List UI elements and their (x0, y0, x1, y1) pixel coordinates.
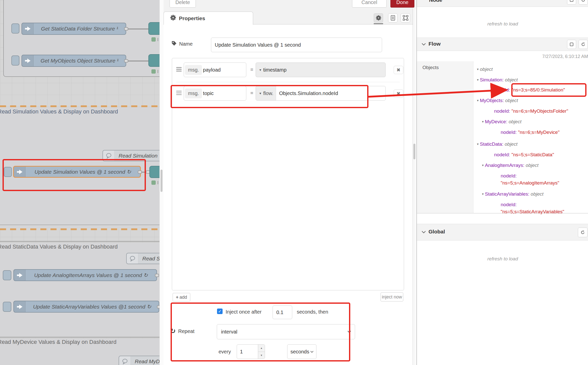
node-section-header[interactable] (417, 0, 588, 7)
status-dot (151, 180, 156, 185)
every-input[interactable]: ▲ ▼ (237, 344, 265, 359)
chevron-down-icon[interactable]: ▾ (259, 91, 261, 95)
inject-button[interactable] (11, 55, 19, 66)
output-port[interactable] (155, 274, 159, 277)
inject-button[interactable] (4, 167, 12, 177)
tree-item[interactable]: ▾Simulation: object (477, 77, 518, 83)
refresh-node-context-button[interactable] (579, 0, 588, 5)
refresh-flow-context-button[interactable] (579, 40, 588, 49)
done-button[interactable]: Done (390, 0, 414, 8)
square-icon (570, 42, 574, 46)
inject-button[interactable] (11, 23, 19, 34)
node-opcua-client[interactable] (149, 166, 159, 178)
wire (128, 28, 148, 29)
delete-button[interactable]: Delete (170, 0, 196, 8)
node-update-simulation-values[interactable]: Update Simulation Values @ 1 second ↻ (13, 166, 141, 178)
rule-value[interactable]: Objects.Simulation.nodeId (276, 90, 338, 96)
rule-type-select[interactable]: ▾ timestamp (256, 63, 386, 77)
inject-once-checkbox[interactable]: ✓ (217, 309, 223, 314)
flow-canvas[interactable]: Read Simulation Values & Display on Dash… (0, 0, 159, 365)
inject-arrow-icon (22, 23, 34, 34)
tree-item[interactable]: ▾StaticData: object (477, 141, 517, 147)
inject-delay-input[interactable] (273, 306, 292, 319)
active-view-underline (374, 23, 383, 24)
comment-read-mydevice[interactable]: Read MyD (119, 356, 159, 365)
output-port[interactable] (157, 305, 159, 309)
tree-item[interactable]: ▾StaticArrayVariables: object (482, 191, 544, 197)
node-opcua-client[interactable] (148, 22, 159, 35)
rule-prop-input[interactable]: msg. topic (184, 86, 246, 101)
group-divider (0, 241, 159, 242)
name-input[interactable] (211, 38, 382, 52)
comment-read-simulation[interactable]: Read Simulation (102, 150, 159, 161)
name-input-field[interactable] (211, 42, 382, 48)
inject-button[interactable] (3, 302, 11, 312)
dialog-scrollbar[interactable] (413, 8, 416, 365)
output-port[interactable] (124, 27, 128, 31)
tree-item[interactable]: nodeId: "ns=5;s=StaticData" (494, 152, 554, 158)
units-select[interactable]: seconds (287, 344, 316, 359)
tree-item[interactable]: ▾AnalogItemArrays: object (482, 163, 539, 168)
inject-button[interactable] (3, 270, 11, 280)
every-input-field[interactable] (237, 349, 258, 355)
copy-flow-context-button[interactable] (567, 40, 576, 49)
global-section-header[interactable]: Global (417, 224, 588, 240)
node-update-analogitemarrays[interactable]: Update AnalogItemArrays Values @ 1 secon… (13, 269, 157, 281)
rule-prop-input[interactable]: msg. payload (184, 63, 246, 77)
node-get-staticdata-structure[interactable]: Get StaticData Folder Structure ¹ (21, 23, 126, 35)
group-divider (0, 242, 159, 242)
description-view-button[interactable] (388, 13, 397, 22)
node-update-staticarrayvariables[interactable]: Update StaticArrayVariables Values @1 se… (13, 301, 159, 313)
node-get-myobjects-structure[interactable]: Get MyObjects Object Structure ¹ (21, 55, 126, 67)
inject-delay-field[interactable] (273, 310, 292, 315)
inject-now-button[interactable]: inject now (381, 292, 403, 301)
tree-item[interactable]: ▾MyDevice: object (482, 119, 521, 125)
comment-read-staticdata[interactable]: Read S (126, 253, 159, 264)
inject-arrow-icon (14, 270, 25, 281)
refresh-global-context-button[interactable] (578, 228, 587, 237)
flow-section-title: Flow (429, 41, 441, 47)
copy-node-context-button[interactable] (567, 0, 576, 5)
tree-item: "ns=5;s=AnalogItemArrays" (501, 180, 559, 186)
cancel-button[interactable]: Cancel (352, 0, 387, 8)
rule-separator (176, 82, 400, 82)
stepper-up-icon: ▲ (258, 345, 265, 352)
tab-properties[interactable]: Properties (164, 12, 253, 25)
canvas-scrollbar-thumb[interactable] (161, 170, 163, 192)
rule-prop-value[interactable]: topic (203, 90, 213, 96)
tree-item[interactable]: nodeId: "ns=6;s=MyDevice" (501, 130, 559, 135)
every-label: every (219, 349, 231, 355)
add-rule-button[interactable]: +add (173, 293, 190, 301)
rule-prop-value[interactable]: payload (203, 67, 221, 73)
context-key-column: Objects (417, 61, 473, 213)
group-label-simulation: Read Simulation Values & Display on Dash… (0, 108, 118, 115)
properties-view-button[interactable] (374, 13, 383, 22)
node-opcua-client[interactable] (148, 54, 159, 67)
comment-label: Read Simulation (115, 153, 159, 159)
tree-item[interactable]: nodeId: (501, 173, 517, 179)
tree-item[interactable]: nodeId: "ns=6;s=MyObjectsFolder" (494, 108, 568, 114)
global-section-title: Global (429, 229, 445, 235)
remove-rule-button[interactable]: ✖ (394, 66, 403, 74)
gear-icon (170, 15, 176, 22)
rule-value-input[interactable]: ▾ flow. Objects.Simulation.nodeId (256, 86, 386, 101)
appearance-view-button[interactable] (401, 13, 410, 22)
tree-item-simulation-nodeid[interactable]: nodeId: "ns=3;s=85/0:Simulation" (494, 87, 565, 93)
node-label: Update AnalogItemArrays Values @ 1 secon… (25, 272, 156, 278)
flow-section-header[interactable]: Flow (417, 38, 588, 51)
repeat-select[interactable]: interval (217, 324, 355, 339)
number-stepper[interactable]: ▲ ▼ (258, 345, 265, 359)
dialog-scrollbar-thumb[interactable] (413, 144, 415, 159)
units-select-value: seconds (290, 349, 309, 355)
group-divider (0, 225, 159, 225)
appearance-icon (403, 15, 408, 21)
group-divider (0, 337, 159, 338)
drag-handle-icon[interactable] (176, 69, 182, 70)
remove-rule-button[interactable]: ✖ (394, 89, 403, 98)
context-sidebar: Node refresh to load Flow 7/27/2023, 6:1… (416, 0, 588, 365)
tree-item[interactable]: ▾object (477, 67, 493, 72)
tree-item[interactable]: ▾MyObjects: object (477, 98, 518, 103)
drag-handle-icon[interactable] (176, 93, 182, 94)
output-port[interactable] (124, 59, 128, 63)
tree-item[interactable]: nodeId: (501, 202, 517, 207)
